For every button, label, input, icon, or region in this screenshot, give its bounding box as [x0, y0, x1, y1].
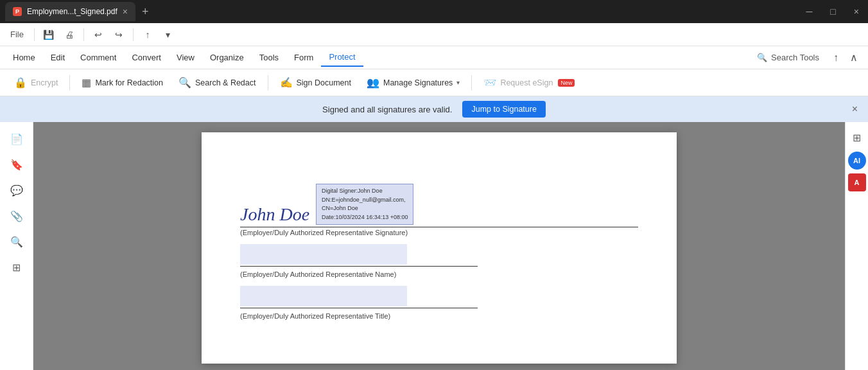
ms-addon-button[interactable]: A [848, 173, 866, 191]
print-button[interactable]: 🖨 [60, 26, 78, 44]
browser-tab[interactable]: P Employmen...t_Signed.pdf × [5, 2, 135, 21]
name-field-label: (Employer/Duly Authorized Representative… [240, 270, 638, 278]
sidebar-attachments-icon[interactable]: 📎 [5, 204, 28, 227]
sidebar-pages-icon[interactable]: 📄 [5, 127, 28, 150]
save-button[interactable]: 💾 [40, 26, 58, 44]
protect-ribbon: 🔒 Encrypt ▦ Mark for Redaction 🔍 Search … [0, 69, 868, 96]
digital-signer-line3: CN=John Doe [322, 204, 408, 213]
encrypt-label: Encrypt [31, 78, 58, 87]
sign-document-button[interactable]: ✍ Sign Document [273, 73, 358, 92]
menu-comment[interactable]: Comment [73, 49, 124, 66]
search-redact-button[interactable]: 🔍 Search & Redact [172, 73, 263, 92]
digital-signer-box: Digital Signer:John Doe DN:E=johndoe_nul… [316, 184, 413, 225]
toolbar-separator-2 [83, 28, 84, 41]
minimize-button[interactable]: ─ [802, 5, 816, 18]
mark-redaction-label: Mark for Redaction [95, 78, 163, 87]
menu-protect[interactable]: Protect [321, 48, 363, 67]
pdf-area: John Doe Digital Signer:John Doe DN:E=jo… [33, 122, 845, 370]
sidebar-comments-icon[interactable]: 💬 [5, 179, 28, 202]
tab-favicon: P [13, 7, 22, 16]
title-field-label: (Employer/Duly Authorized Representative… [240, 312, 638, 320]
menu-bar: Home Edit Comment Convert View Organize … [0, 46, 868, 69]
toolbar-separator-3 [133, 28, 134, 41]
sign-document-icon: ✍ [280, 76, 293, 89]
manage-signatures-icon: 👥 [367, 76, 379, 89]
notification-text: Signed and all signatures are valid. [322, 105, 452, 114]
sidebar-search-icon[interactable]: 🔍 [5, 230, 28, 253]
lock-icon: 🔒 [14, 76, 27, 89]
menu-organize[interactable]: Organize [202, 49, 252, 66]
file-menu-button[interactable]: File [5, 26, 29, 44]
request-esign-icon: 📨 [483, 76, 496, 89]
toolbar-separator-1 [34, 28, 35, 41]
panel-filter-icon[interactable]: ⊞ [847, 127, 867, 148]
ribbon-sep-1 [69, 75, 70, 91]
mark-redaction-button[interactable]: ▦ Mark for Redaction [75, 73, 169, 92]
ai-assistant-button[interactable]: AI [848, 152, 866, 170]
tab-close-button[interactable]: × [123, 6, 128, 17]
manage-signatures-chevron: ▾ [456, 79, 460, 86]
browser-chrome: P Employmen...t_Signed.pdf × + ─ □ × [0, 0, 868, 23]
sign-document-label: Sign Document [297, 78, 351, 87]
more-button[interactable]: ▾ [159, 26, 177, 44]
maximize-button[interactable]: □ [826, 5, 839, 18]
search-tools-icon: 🔍 [757, 53, 767, 62]
encrypt-button[interactable]: 🔒 Encrypt [8, 73, 64, 92]
sidebar-layers-icon[interactable]: ⊞ [5, 256, 28, 279]
name-field-box [240, 244, 407, 265]
ribbon-sep-2 [268, 75, 268, 91]
menu-form[interactable]: Form [286, 49, 321, 66]
digital-signer-line1: Digital Signer:John Doe [322, 187, 408, 196]
new-tab-button[interactable]: + [138, 5, 153, 19]
signature-underline [240, 227, 638, 227]
undo-button[interactable]: ↩ [89, 26, 107, 44]
menu-edit[interactable]: Edit [43, 49, 73, 66]
sidebar-bookmarks-icon[interactable]: 🔖 [5, 153, 28, 176]
digital-signer-line4: Date:10/03/2024 16:34:13 +08:00 [322, 213, 408, 222]
title-underline [240, 308, 478, 308]
request-esign-label: Request eSign [500, 78, 553, 87]
search-redact-label: Search & Redact [195, 78, 256, 87]
notification-close-button[interactable]: × [852, 103, 858, 115]
name-underline [240, 266, 478, 267]
notification-bar: Signed and all signatures are valid. Jum… [0, 96, 868, 122]
left-sidebar: 📄 🔖 💬 📎 🔍 ⊞ [0, 122, 33, 370]
right-sidebar: ⊞ AI A [845, 122, 868, 370]
signature-name: John Doe [240, 204, 309, 225]
search-tools-button[interactable]: 🔍 Search Tools [749, 50, 827, 65]
menu-home[interactable]: Home [5, 49, 43, 66]
tab-title: Employmen...t_Signed.pdf [27, 7, 117, 16]
close-button[interactable]: × [850, 5, 863, 18]
request-esign-badge: New [558, 79, 575, 87]
ribbon-sep-3 [471, 75, 472, 91]
redo-button[interactable]: ↪ [110, 26, 128, 44]
share-button[interactable]: ↑ [139, 26, 157, 44]
menu-convert[interactable]: Convert [124, 49, 169, 66]
signature-line-area: John Doe Digital Signer:John Doe DN:E=jo… [240, 184, 638, 225]
signature-block: John Doe Digital Signer:John Doe DN:E=jo… [240, 184, 638, 320]
title-field-box [240, 286, 407, 306]
menu-view[interactable]: View [169, 49, 202, 66]
search-tools-label: Search Tools [771, 53, 819, 62]
request-esign-button[interactable]: 📨 Request eSign New [477, 73, 581, 92]
pdf-page: John Doe Digital Signer:John Doe DN:E=jo… [202, 132, 677, 364]
digital-signer-line2: DN:E=johndoe_null@gmail.com, [322, 196, 408, 205]
manage-signatures-button[interactable]: 👥 Manage Signatures ▾ [360, 73, 466, 92]
main-area: 📄 🔖 💬 📎 🔍 ⊞ John Doe Digital Signer:John… [0, 122, 868, 370]
upload-button[interactable]: ↑ [827, 49, 845, 67]
collapse-button[interactable]: ∧ [845, 49, 863, 67]
app-toolbar: File 💾 🖨 ↩ ↪ ↑ ▾ [0, 23, 868, 46]
search-redact-icon: 🔍 [178, 76, 191, 89]
menu-tools[interactable]: Tools [252, 49, 286, 66]
jump-to-signature-button[interactable]: Jump to Signature [462, 101, 545, 118]
tab-bar: P Employmen...t_Signed.pdf × + [5, 2, 798, 21]
sig-field-label: (Employer/Duly Authorized Representative… [240, 229, 638, 236]
mark-redaction-icon: ▦ [82, 76, 91, 89]
manage-signatures-label: Manage Signatures [383, 78, 453, 87]
window-controls: ─ □ × [802, 5, 863, 18]
